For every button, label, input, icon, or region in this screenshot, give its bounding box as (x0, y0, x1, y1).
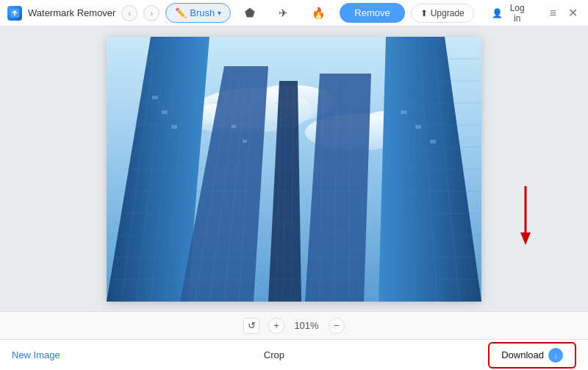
remove-button[interactable]: Remove (340, 3, 404, 23)
zoom-out-button[interactable]: − (329, 318, 345, 334)
zoom-level-display: 101% (293, 320, 320, 331)
upgrade-icon: ⬆ (420, 8, 428, 18)
crop-button[interactable]: Crop (264, 349, 284, 360)
image-canvas[interactable] (107, 37, 481, 302)
svg-rect-83 (232, 125, 236, 128)
user-icon: 👤 (492, 8, 503, 18)
arrow-indicator (518, 182, 533, 249)
zoom-in-button[interactable]: + (268, 318, 284, 334)
reset-icon: ↺ (248, 320, 256, 331)
zoom-in-icon: + (273, 320, 279, 331)
menu-button[interactable]: ≡ (547, 5, 559, 21)
zoom-out-icon: − (334, 320, 340, 331)
eraser-tool-button[interactable]: 🔥 (302, 2, 335, 24)
login-button[interactable]: 👤 Log in (483, 0, 538, 27)
brush-tool-button[interactable]: ✏️ Brush ▾ (165, 3, 231, 23)
forward-button[interactable]: › (143, 5, 159, 21)
download-icon: ↓ (548, 348, 563, 363)
svg-rect-84 (243, 140, 247, 143)
action-bar: New Image Crop Download ↓ (0, 339, 588, 370)
pin-icon: ✈ (279, 7, 288, 20)
close-button[interactable]: ✕ (565, 4, 581, 21)
download-button[interactable]: Download ↓ (488, 342, 576, 369)
reset-zoom-button[interactable]: ↺ (243, 318, 259, 334)
back-icon: ‹ (129, 9, 132, 18)
upgrade-label: Upgrade (431, 8, 465, 18)
app-logo (7, 6, 22, 21)
lasso-tool-button[interactable]: ⬟ (235, 1, 265, 24)
svg-rect-80 (152, 96, 158, 99)
download-label: Download (501, 349, 544, 360)
upgrade-button[interactable]: ⬆ Upgrade (411, 4, 474, 23)
right-controls: ⬆ Upgrade 👤 Log in ≡ ✕ (411, 0, 581, 27)
svg-rect-82 (171, 125, 177, 129)
svg-rect-85 (401, 110, 406, 114)
login-label: Log in (506, 3, 529, 24)
svg-rect-81 (162, 110, 168, 114)
window-controls: ≡ ✕ (547, 4, 581, 21)
skyscraper-image (107, 37, 481, 302)
status-bar: ↺ + 101% − (0, 311, 588, 339)
brush-label: Brush (190, 7, 215, 18)
svg-rect-86 (415, 125, 421, 129)
toolbar: ✏️ Brush ▾ ⬟ ✈ 🔥 Remove (165, 1, 404, 24)
title-bar: Watermark Remover ‹ › ✏️ Brush ▾ ⬟ ✈ 🔥 R… (0, 0, 588, 26)
main-canvas-area (0, 26, 588, 311)
forward-icon: › (151, 9, 154, 18)
brush-chevron: ▾ (218, 9, 221, 17)
back-button[interactable]: ‹ (121, 5, 137, 21)
app-title: Watermark Remover (28, 7, 115, 18)
eraser-icon: 🔥 (312, 7, 326, 20)
svg-rect-87 (430, 140, 436, 143)
lasso-icon: ⬟ (245, 6, 255, 20)
svg-marker-89 (520, 232, 531, 245)
pin-tool-button[interactable]: ✈ (269, 2, 298, 24)
new-image-button[interactable]: New Image (12, 349, 60, 360)
red-arrow-svg (518, 182, 533, 249)
brush-icon: ✏️ (175, 7, 187, 18)
